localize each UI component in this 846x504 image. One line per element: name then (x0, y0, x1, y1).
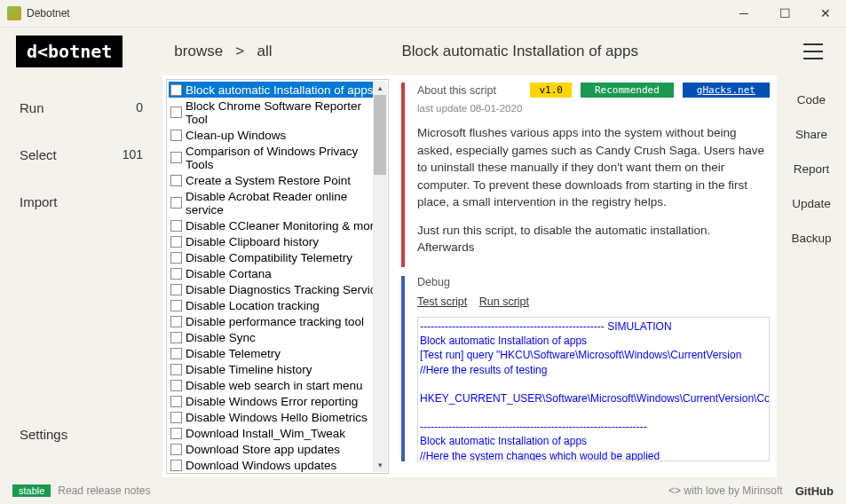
script-label: Disable Clipboard history (186, 235, 319, 248)
scroll-thumb[interactable] (374, 95, 386, 175)
script-row[interactable]: Disable Location tracking (169, 297, 386, 313)
checkbox[interactable] (170, 130, 182, 141)
checkbox[interactable] (170, 380, 182, 391)
checkbox[interactable] (170, 348, 182, 359)
script-label: Create a System Restore Point (186, 174, 351, 187)
script-row[interactable]: Disable Acrobat Reader online service (169, 188, 386, 217)
breadcrumb-browse: browse (174, 43, 223, 59)
script-row[interactable]: Disable web search in start menu (169, 377, 386, 393)
script-row[interactable]: Download Windows updates (169, 457, 386, 473)
script-row[interactable]: Disable Sync (169, 329, 386, 345)
script-list-inner[interactable]: Block automatic Installation of appsBloc… (167, 80, 388, 473)
script-label: Disable CCleaner Monitoring & more (186, 219, 381, 232)
content: Block automatic Installation of appsBloc… (162, 75, 777, 477)
nav-settings[interactable]: Settings (20, 427, 143, 461)
debug-title: Debug (417, 276, 770, 288)
checkbox[interactable] (170, 412, 182, 423)
footer: stable Read release notes <> with love b… (0, 477, 846, 504)
right-menu-report[interactable]: Report (794, 162, 830, 176)
script-row[interactable]: Disable performance tracking tool (169, 313, 386, 329)
script-row[interactable]: Disable Diagnostics Tracking Service (169, 281, 386, 297)
checkbox[interactable] (170, 332, 182, 343)
run-script-link[interactable]: Run script (479, 295, 529, 308)
source-link[interactable]: gHacks.net (683, 83, 770, 98)
nav-select-count: 101 (123, 147, 143, 162)
titlebar: Debotnet ─ ☐ ✕ (0, 0, 846, 28)
right-menu-backup[interactable]: Backup (791, 232, 831, 245)
right-menu-code[interactable]: Code (797, 93, 826, 106)
checkbox[interactable] (170, 284, 182, 295)
debug-console[interactable]: ----------------------------------------… (417, 317, 770, 461)
checkbox[interactable] (170, 396, 182, 407)
script-row[interactable]: Disable CCleaner Monitoring & more (169, 217, 386, 233)
about-title: About this script (417, 84, 521, 97)
sidebar-left: Run 0 Select 101 Import Settings (0, 75, 162, 477)
about-header: About this script v1.0 Recommended gHack… (417, 83, 770, 98)
right-menu-update[interactable]: Update (792, 197, 831, 210)
script-row[interactable]: Disable Telemetry (169, 345, 386, 361)
nav-run[interactable]: Run 0 (20, 91, 143, 138)
window-title: Debotnet (27, 7, 723, 20)
checkbox[interactable] (170, 428, 182, 439)
script-row[interactable]: Block automatic Installation of apps (169, 82, 386, 98)
script-label: Disable Windows Hello Biometrics (186, 411, 368, 424)
checkbox[interactable] (170, 175, 182, 186)
close-button[interactable]: ✕ (805, 0, 846, 28)
checkbox[interactable] (170, 84, 182, 96)
script-row[interactable]: Download Install_Wim_Tweak (169, 425, 386, 441)
checkbox[interactable] (170, 364, 182, 375)
nav-select-label: Select (20, 147, 57, 162)
script-label: Download Install_Wim_Tweak (186, 427, 345, 440)
app-icon (7, 6, 21, 20)
script-row[interactable]: Disable Clipboard history (169, 233, 386, 249)
github-link[interactable]: GitHub (795, 484, 834, 498)
script-row[interactable]: Disable Windows Error reporting (169, 393, 386, 409)
footer-love: <> with love by Mirinsoft (668, 484, 783, 497)
script-label: Comparison of Windows Privacy Tools (186, 145, 384, 171)
test-script-link[interactable]: Test script (417, 295, 467, 308)
window-controls: ─ ☐ ✕ (723, 0, 846, 28)
about-section: About this script v1.0 Recommended gHack… (401, 83, 770, 267)
release-notes-link[interactable]: Read release notes (58, 484, 150, 497)
scroll-up-icon[interactable]: ▴ (373, 81, 387, 95)
checkbox[interactable] (170, 460, 182, 471)
minimize-button[interactable]: ─ (723, 0, 764, 28)
script-row[interactable]: Clean-up Windows (169, 127, 386, 143)
checkbox[interactable] (170, 220, 182, 232)
scrollbar[interactable]: ▴ ▾ (373, 81, 387, 472)
script-row[interactable]: Disable Windows Hello Biometrics (169, 409, 386, 425)
nav-import[interactable]: Import (20, 185, 143, 232)
script-row[interactable]: Create a System Restore Point (169, 172, 386, 188)
script-row[interactable]: Download Store app updates (169, 441, 386, 457)
checkbox[interactable] (170, 197, 182, 209)
checkbox[interactable] (170, 106, 182, 118)
checkbox[interactable] (170, 252, 182, 264)
script-label: Disable Acrobat Reader online service (186, 190, 384, 217)
maximize-button[interactable]: ☐ (764, 0, 805, 28)
checkbox[interactable] (170, 444, 182, 455)
script-row[interactable]: Disable Timeline history (169, 361, 386, 377)
checkbox[interactable] (170, 300, 182, 311)
right-menu-share[interactable]: Share (795, 128, 827, 141)
nav-run-label: Run (20, 100, 44, 115)
nav-import-label: Import (20, 194, 58, 209)
script-row[interactable]: Comparison of Windows Privacy Tools (169, 143, 386, 172)
script-label: Disable Windows Error reporting (186, 395, 358, 408)
nav-run-count: 0 (136, 100, 143, 115)
script-label: Disable web search in start menu (186, 379, 363, 392)
checkbox[interactable] (170, 268, 182, 280)
checkbox[interactable] (170, 152, 182, 163)
script-label: Disable Diagnostics Tracking Service (186, 283, 383, 296)
footer-right: <> with love by Mirinsoft GitHub (668, 484, 834, 498)
checkbox[interactable] (170, 236, 182, 248)
script-row[interactable]: Disable Compatibility Telemetry (169, 249, 386, 265)
scroll-down-icon[interactable]: ▾ (373, 458, 387, 472)
recommended-badge: Recommended (581, 83, 674, 98)
checkbox[interactable] (170, 316, 182, 327)
menu-icon[interactable] (803, 43, 823, 59)
nav-select[interactable]: Select 101 (20, 138, 143, 185)
script-label: Disable Sync (186, 331, 256, 344)
script-label: Block Chrome Software Reporter Tool (186, 99, 384, 126)
script-row[interactable]: Block Chrome Software Reporter Tool (169, 98, 386, 127)
script-row[interactable]: Disable Cortana (169, 265, 386, 281)
